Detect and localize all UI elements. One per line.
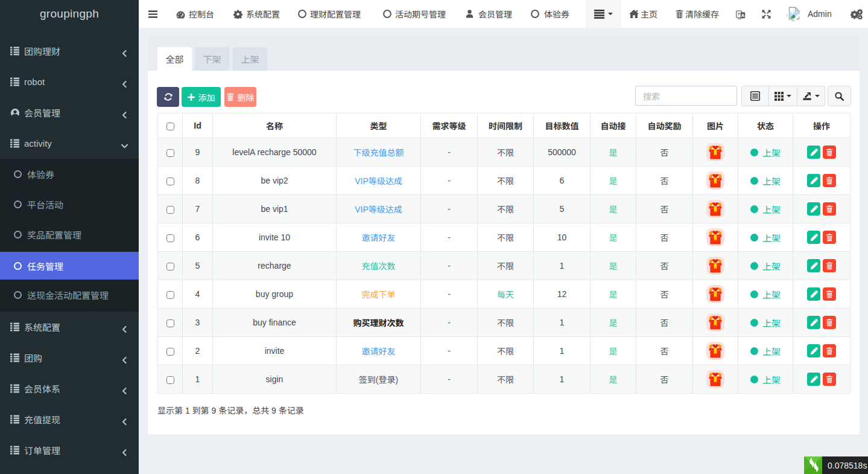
svg-text:A: A bbox=[741, 12, 745, 18]
